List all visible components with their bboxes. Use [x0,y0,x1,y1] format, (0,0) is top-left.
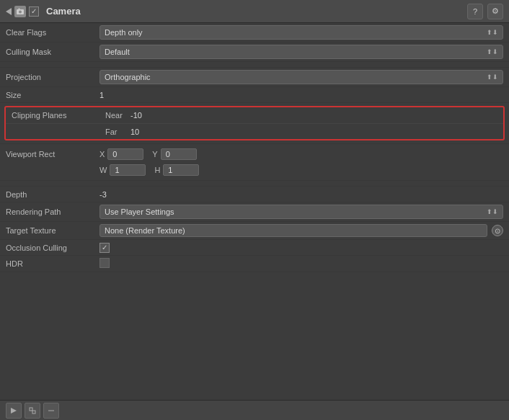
target-texture-value: None (Render Texture) ⊙ [99,224,503,237]
header-icons [6,6,39,17]
culling-mask-label: Culling Mask [6,48,99,56]
culling-mask-dropdown[interactable]: Default ⬆⬇ [99,45,503,59]
clipping-planes-far-row: Far 10 [6,123,503,139]
rendering-path-row: Rendering Path Use Player Settings ⬆⬇ [0,202,509,222]
clear-flags-row: Clear Flags Depth only ⬆⬇ [0,23,509,43]
header-action-buttons: ? ⚙ [467,4,503,19]
occlusion-culling-checkbox[interactable] [99,243,110,253]
clipping-planes-section: Clipping Planes Near -10 Far 10 [0,103,509,144]
camera-icon [14,6,26,17]
viewport-x-field: X 0 [99,148,143,160]
clipping-near-label: Near [105,111,130,120]
viewport-w-field: W 1 [99,164,146,176]
hdr-value [99,258,503,269]
rendering-path-label: Rendering Path [6,207,99,216]
projection-row: Projection Orthographic ⬆⬇ [0,68,509,87]
depth-row: Depth -3 [0,187,509,202]
projection-dropdown-text: Orthographic [105,73,151,81]
projection-value: Orthographic ⬆⬇ [99,70,503,84]
depth-label: Depth [6,190,99,199]
clipping-far-label: Far [105,128,130,136]
viewport-rect-section: Viewport Rect X 0 Y 0 W 1 H 1 [0,144,509,181]
viewport-rect-label: Viewport Rect [6,150,99,158]
rendering-path-value: Use Player Settings ⬆⬇ [99,205,503,219]
clear-flags-value: Depth only ⬆⬇ [99,25,503,40]
size-label: Size [6,91,99,99]
svg-marker-3 [11,408,17,414]
svg-rect-5 [32,411,35,414]
svg-rect-6 [48,410,54,411]
rendering-path-dropdown-text: Use Player Settings [105,207,174,216]
spacer-1 [0,62,509,68]
clipping-planes-label: Clipping Planes [12,111,105,120]
bottom-btn-1[interactable] [6,403,22,419]
clear-flags-label: Clear Flags [6,28,99,37]
size-row: Size 1 [0,87,509,103]
viewport-y-value[interactable]: 0 [161,148,197,160]
help-button[interactable]: ? [467,4,483,19]
spacer-2 [0,181,509,187]
culling-mask-value: Default ⬆⬇ [99,45,503,59]
occlusion-culling-value [99,243,503,253]
bottom-btn-3[interactable] [43,403,59,419]
clear-flags-dropdown-text: Depth only [105,28,143,37]
viewport-rect-row2: W 1 H 1 [6,162,503,178]
bottom-toolbar [0,400,509,420]
viewport-h-value[interactable]: 1 [163,164,199,176]
viewport-h-field: H 1 [154,164,199,176]
clipping-near-value: -10 [130,111,142,120]
svg-rect-2 [19,8,20,9]
occlusion-culling-label: Occlusion Culling [6,243,99,252]
viewport-x-value[interactable]: 0 [107,148,143,160]
culling-mask-row: Culling Mask Default ⬆⬇ [0,43,509,62]
occlusion-culling-row: Occlusion Culling [0,240,509,256]
hdr-row: HDR [0,256,509,272]
projection-label: Projection [6,73,99,81]
viewport-w-value[interactable]: 1 [110,164,146,176]
hdr-checkbox[interactable] [99,258,110,268]
target-texture-box[interactable]: None (Render Texture) [99,224,487,237]
target-texture-label: Target Texture [6,226,99,235]
viewport-y-label: Y [152,150,157,158]
settings-button[interactable]: ⚙ [487,4,503,19]
projection-arrow: ⬆⬇ [487,73,498,81]
viewport-rect-row1: Viewport Rect X 0 Y 0 [6,146,503,162]
culling-mask-dropdown-text: Default [105,48,130,56]
projection-dropdown[interactable]: Orthographic ⬆⬇ [99,70,503,84]
target-texture-row: Target Texture None (Render Texture) ⊙ [0,222,509,240]
svg-point-1 [19,10,22,13]
hdr-label: HDR [6,259,99,268]
size-value: 1 [99,91,503,99]
target-texture-picker-button[interactable]: ⊙ [492,225,503,236]
collapse-icon[interactable] [6,8,12,15]
depth-value: -3 [99,190,503,199]
culling-mask-arrow: ⬆⬇ [487,48,498,55]
viewport-x-label: X [99,150,105,158]
clipping-planes-near-row: Clipping Planes Near -10 [6,107,503,123]
component-enabled-checkbox[interactable] [29,6,39,17]
clear-flags-arrow: ⬆⬇ [487,29,498,36]
clipping-planes-container: Clipping Planes Near -10 Far 10 [4,106,505,140]
bottom-btn-2[interactable] [25,403,40,419]
clear-flags-dropdown[interactable]: Depth only ⬆⬇ [99,25,503,40]
component-title: Camera [46,6,467,17]
rendering-path-arrow: ⬆⬇ [487,208,498,215]
rendering-path-dropdown[interactable]: Use Player Settings ⬆⬇ [99,205,503,219]
viewport-h-label: H [154,166,160,174]
viewport-y-field: Y 0 [152,148,196,160]
clipping-far-value: 10 [130,128,139,136]
svg-rect-4 [30,408,32,411]
component-header: Camera ? ⚙ [0,0,509,23]
viewport-w-label: W [99,166,107,174]
